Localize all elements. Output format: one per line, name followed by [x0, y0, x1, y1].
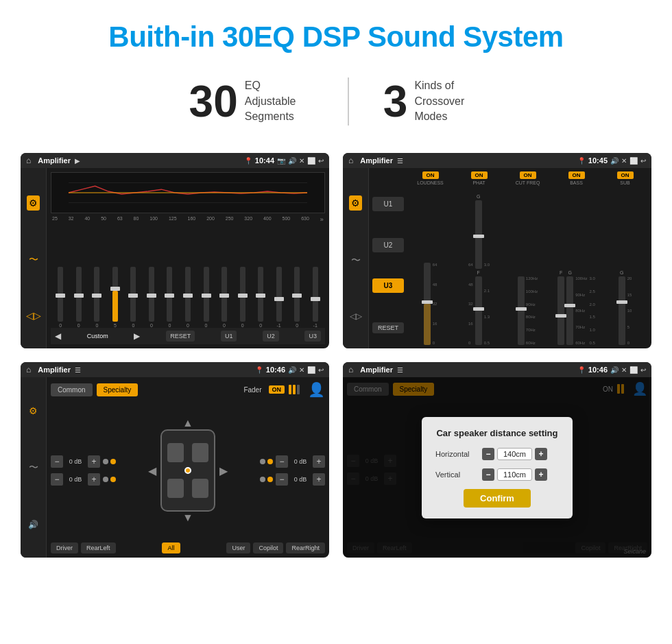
minus-fr[interactable]: − [276, 455, 288, 468]
volume-icon-3[interactable]: 🔊 [288, 366, 296, 374]
cross-icon-1[interactable]: ⚙ [349, 195, 362, 211]
bass-on[interactable]: ON [568, 171, 585, 179]
spec-icon-1[interactable]: ⚙ [29, 405, 38, 416]
volume-icon-2[interactable]: 🔊 [610, 157, 619, 165]
rear-left-btn[interactable]: RearLeft [81, 542, 116, 553]
eq-slider-7: 0 [180, 267, 197, 328]
stat-eq-number: 30 [189, 80, 238, 123]
window-icon-4[interactable]: ⬜ [629, 366, 638, 374]
loudness-on[interactable]: ON [422, 171, 439, 179]
phat-slider-g[interactable] [475, 200, 482, 269]
home-icon-3[interactable]: ⌂ [26, 365, 31, 374]
fader-on-badge[interactable]: ON [269, 385, 285, 394]
back-icon-3[interactable]: ↩ [318, 366, 324, 374]
minus-fl[interactable]: − [51, 455, 63, 468]
vertical-minus[interactable]: − [482, 468, 494, 481]
window-icon-1[interactable]: ⬜ [307, 157, 315, 165]
x-icon-2[interactable]: ✕ [621, 157, 627, 165]
reset-button-1[interactable]: RESET [166, 331, 195, 342]
tab-common-3[interactable]: Common [51, 383, 93, 396]
tab-specialty-3[interactable]: Specialty [97, 383, 139, 396]
menu-icon-2[interactable]: ☰ [397, 157, 403, 165]
play-icon-1[interactable]: ▶ [75, 157, 80, 165]
home-icon-1[interactable]: ⌂ [26, 156, 31, 165]
minus-rr[interactable]: − [276, 473, 288, 486]
next-icon[interactable]: ▶ [134, 331, 140, 341]
arrow-right[interactable]: ▶ [219, 464, 228, 477]
horizontal-plus[interactable]: + [535, 448, 547, 460]
minus-rl[interactable]: − [51, 473, 63, 486]
driver-btn[interactable]: Driver [51, 542, 78, 553]
home-icon-2[interactable]: ⌂ [348, 156, 353, 165]
u1-button-1[interactable]: U1 [221, 331, 237, 342]
volume-icon-4[interactable]: 🔊 [610, 366, 619, 374]
seat-fl [167, 443, 184, 462]
copilot-btn[interactable]: Copilot [253, 542, 283, 553]
horizontal-minus[interactable]: − [482, 448, 494, 460]
cutfreq-on[interactable]: ON [520, 171, 536, 179]
u3-btn[interactable]: U3 [372, 278, 404, 293]
fader-bar-2 [297, 385, 300, 394]
plus-fl[interactable]: + [88, 455, 100, 468]
arrow-left[interactable]: ◀ [148, 464, 156, 477]
bass-slider-g[interactable] [566, 276, 573, 345]
plus-rr[interactable]: + [313, 473, 325, 486]
back-icon-4[interactable]: ↩ [640, 366, 646, 374]
plus-fr[interactable]: + [313, 455, 325, 468]
volume-icon-1[interactable]: 🔊 [288, 157, 296, 165]
eq-slider-10: 0 [234, 267, 251, 328]
eq-sidebar-icon-3[interactable]: ◁▷ [26, 310, 41, 321]
vertical-plus[interactable]: + [535, 468, 547, 481]
phat-on[interactable]: ON [471, 171, 488, 179]
more-icon[interactable]: » [320, 216, 324, 223]
freq-label-9: 200 [206, 216, 215, 223]
back-icon-1[interactable]: ↩ [318, 157, 324, 165]
user-btn[interactable]: User [226, 542, 250, 553]
cross-icon-2[interactable]: 〜 [351, 254, 361, 267]
car-diagram: ▲ ▼ ◀ ▶ [121, 429, 254, 512]
window-icon-2[interactable]: ⬜ [629, 157, 638, 165]
cross-icon-3[interactable]: ◁▷ [350, 311, 362, 321]
eq-freq-labels: 25 32 40 50 63 80 100 125 160 200 250 32… [51, 216, 325, 223]
sub-slider-g[interactable] [619, 276, 625, 345]
prev-icon[interactable]: ◀ [55, 331, 61, 341]
car-wrapper: ▲ ▼ ◀ ▶ [160, 429, 215, 512]
eq-sidebar-icon-2[interactable]: 〜 [29, 254, 38, 266]
sub-on[interactable]: ON [617, 171, 634, 179]
reset-btn-2[interactable]: RESET [372, 322, 404, 333]
plus-rl[interactable]: + [88, 473, 100, 486]
menu-icon-4[interactable]: ☰ [397, 366, 403, 374]
u2-button-1[interactable]: U2 [263, 331, 279, 342]
phat-slider-f[interactable] [475, 276, 482, 345]
eq-sidebar-icon-1[interactable]: ⚙ [27, 195, 40, 211]
bass-slider-f[interactable] [557, 276, 564, 345]
speaker-dots-rl [103, 477, 116, 482]
window-icon-3[interactable]: ⬜ [307, 366, 315, 374]
freq-label-3: 50 [101, 216, 106, 223]
loudness-slider[interactable] [424, 263, 431, 345]
stats-row: 30 EQ AdjustableSegments 3 Kinds ofCross… [0, 67, 672, 146]
home-icon-4[interactable]: ⌂ [348, 365, 353, 374]
menu-icon-3[interactable]: ☰ [75, 366, 81, 374]
cutfreq-slider[interactable] [518, 276, 525, 345]
x-icon-1[interactable]: ✕ [299, 157, 304, 165]
u1-btn[interactable]: U1 [372, 197, 404, 211]
dialog-box: Car speaker distance setting Horizontal … [422, 417, 573, 518]
x-icon-3[interactable]: ✕ [299, 366, 304, 374]
spec-icon-2[interactable]: 〜 [29, 462, 38, 474]
center-dot[interactable] [184, 467, 191, 474]
channel-phat: ON PHAT 644832160 G F [456, 171, 502, 345]
all-btn[interactable]: All [162, 542, 180, 553]
spec-content: ⚙ 〜 🔊 Common Specialty Fader ON 👤 [21, 377, 329, 558]
u2-btn[interactable]: U2 [372, 238, 404, 252]
rear-right-btn[interactable]: RearRight [286, 542, 325, 553]
arrow-up[interactable]: ▲ [182, 417, 193, 429]
u3-button-1[interactable]: U3 [304, 331, 321, 342]
spec-icon-3[interactable]: 🔊 [28, 520, 38, 529]
speaker-dots-fr [260, 459, 273, 464]
loudness-name: LOUDNESS [417, 180, 444, 185]
confirm-button[interactable]: Confirm [464, 489, 531, 508]
back-icon-2[interactable]: ↩ [640, 157, 646, 165]
arrow-down[interactable]: ▼ [182, 512, 193, 524]
x-icon-4[interactable]: ✕ [621, 366, 627, 374]
